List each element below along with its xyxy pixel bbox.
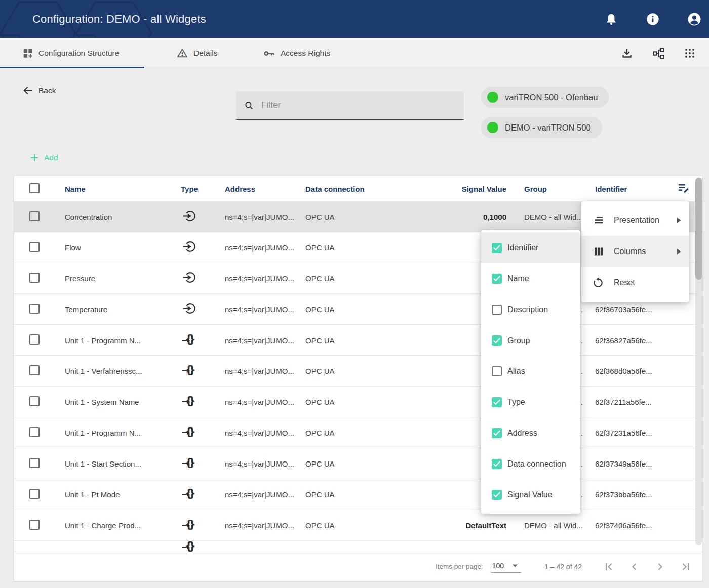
column-toggle-item[interactable]: Description (481, 294, 580, 325)
row-checkbox[interactable] (29, 273, 40, 283)
variable-brace-icon: {} (182, 426, 196, 439)
next-page-button[interactable] (654, 561, 666, 573)
table-row[interactable]: Unit 1 - Programm N... {} ns=4;s=|var|JU… (14, 417, 702, 448)
cell-name: Pressure (65, 274, 164, 283)
status-dot (487, 92, 498, 103)
column-toggle-label: Data connection (507, 459, 566, 469)
apps-grid-icon[interactable] (683, 47, 696, 60)
tab-bar: Configuration Structure Details Access R… (0, 38, 709, 68)
checkmark-icon (493, 245, 500, 251)
arrow-left-icon (22, 85, 34, 96)
notifications-bell-icon[interactable] (604, 12, 619, 27)
cell-name: Flow (65, 243, 164, 252)
variable-brace-icon: {} (182, 364, 196, 377)
tab-details[interactable]: Details (176, 38, 247, 68)
cell-name: Temperature (65, 305, 164, 314)
table-row[interactable]: Unit 1 - Pt Mode {} ns=4;s=|var|JUMO... … (14, 479, 702, 510)
cell-signal-value: 0,1000 (386, 213, 513, 221)
select-all-checkbox[interactable] (29, 183, 40, 193)
device-chip-demo[interactable]: DEMO - variTRON 500 (481, 117, 602, 138)
table-row[interactable]: Unit 1 - Start Section... {} ns=4;s=|var… (14, 448, 702, 479)
table-row[interactable]: Unit 1 - Charge Prod... {} ns=4;s=|var|J… (14, 510, 702, 541)
table-row[interactable]: Unit 1 - Programm N... {} ns=4;s=|var|JU… (14, 325, 702, 356)
account-icon[interactable] (687, 12, 702, 27)
column-header-data-connection[interactable]: Data connection (295, 185, 386, 193)
column-toggle-item[interactable]: Alias (481, 356, 580, 387)
column-header-type[interactable]: Type (164, 185, 215, 193)
column-toggle-item[interactable]: Signal Value (481, 479, 580, 510)
checkbox (492, 397, 502, 407)
edit-columns-icon[interactable] (677, 182, 690, 196)
back-button[interactable]: Back (22, 85, 56, 96)
column-toggle-item[interactable]: Type (481, 387, 580, 417)
row-checkbox[interactable] (29, 520, 40, 530)
checkbox (492, 335, 502, 346)
cell-address: ns=4;s=|var|JUMO... (215, 459, 295, 468)
tab-label: Details (193, 49, 217, 58)
column-toggle-item[interactable]: Identifier (481, 232, 580, 263)
cell-data-connection: OPC UA (295, 398, 386, 406)
column-header-name[interactable]: Name (65, 185, 164, 193)
column-header-identifier[interactable]: Identifier (585, 185, 671, 193)
items-per-page-value: 100 (492, 562, 504, 570)
signal-input-icon (183, 271, 196, 286)
menu-item-reset[interactable]: Reset (581, 267, 689, 299)
row-checkbox[interactable] (29, 211, 40, 221)
menu-item-presentation[interactable]: Presentation (581, 204, 689, 236)
variable-brace-icon: {} (182, 519, 196, 532)
row-checkbox[interactable] (29, 365, 40, 375)
tab-access-rights[interactable]: Access Rights (263, 38, 344, 68)
column-header-signal-value[interactable]: Signal Value (386, 185, 513, 193)
cell-name: Unit 1 - Charge Prod... (65, 521, 164, 530)
table-row[interactable]: Unit 1 - System Name {} ns=4;s=|var|JUMO… (14, 387, 702, 417)
row-checkbox[interactable] (29, 396, 40, 406)
column-toggle-item[interactable]: Name (481, 263, 580, 294)
column-toggle-item[interactable]: Address (481, 417, 580, 448)
first-page-button[interactable] (603, 561, 615, 573)
column-header-address[interactable]: Address (215, 185, 295, 193)
variable-brace-icon: {} (182, 541, 196, 552)
cell-group: DEMO - all Wid... (513, 521, 585, 530)
line-weight-icon (593, 214, 605, 226)
cell-data-connection: OPC UA (295, 305, 386, 314)
column-toggle-item[interactable]: Data connection (481, 448, 580, 479)
previous-page-button[interactable] (628, 561, 641, 573)
device-chip-ofenbau[interactable]: variTRON 500 - Ofenbau (481, 87, 609, 108)
filter-input[interactable] (261, 100, 456, 110)
row-checkbox[interactable] (29, 427, 40, 437)
cell-data-connection: OPC UA (295, 243, 386, 252)
filter-field[interactable] (236, 91, 464, 120)
cell-name: Unit 1 - Start Section... (65, 459, 164, 468)
checkmark-icon (493, 276, 500, 282)
column-toggle-label: Identifier (507, 243, 538, 253)
last-page-button[interactable] (679, 561, 691, 573)
cell-data-connection: OPC UA (295, 274, 386, 283)
row-checkbox[interactable] (29, 334, 40, 345)
row-checkbox[interactable] (29, 242, 40, 252)
menu-item-columns[interactable]: Columns (581, 236, 689, 267)
cell-address: ns=4;s=|var|JUMO... (215, 213, 295, 221)
checkbox (492, 490, 502, 500)
structure-tree-icon[interactable] (652, 47, 665, 60)
tab-configuration-structure[interactable]: Configuration Structure (22, 38, 144, 68)
column-toggle-label: Address (507, 429, 537, 438)
cell-identifier: 62f37349a56fe... (585, 459, 671, 468)
column-toggle-item[interactable]: Group (481, 325, 580, 356)
key-icon (263, 47, 275, 60)
items-per-page-select[interactable]: 100 (491, 560, 521, 573)
scrollbar-thumb[interactable] (695, 178, 702, 280)
table-row[interactable]: Unit 1 - Verfahrenssc... {} ns=4;s=|var|… (14, 356, 702, 387)
column-toggle-label: Signal Value (507, 490, 553, 499)
row-checkbox[interactable] (29, 304, 40, 314)
cell-name: Unit 1 - Programm N... (65, 429, 164, 437)
download-icon[interactable] (620, 47, 634, 60)
add-button[interactable]: Add (29, 153, 58, 163)
info-icon[interactable] (645, 12, 660, 27)
row-checkbox[interactable] (29, 458, 40, 468)
menu-item-label: Columns (614, 247, 676, 256)
signal-input-icon (183, 240, 196, 255)
row-checkbox[interactable] (29, 489, 40, 499)
column-header-group[interactable]: Group (513, 185, 585, 193)
checkbox (492, 459, 502, 469)
checkmark-icon (493, 338, 500, 344)
